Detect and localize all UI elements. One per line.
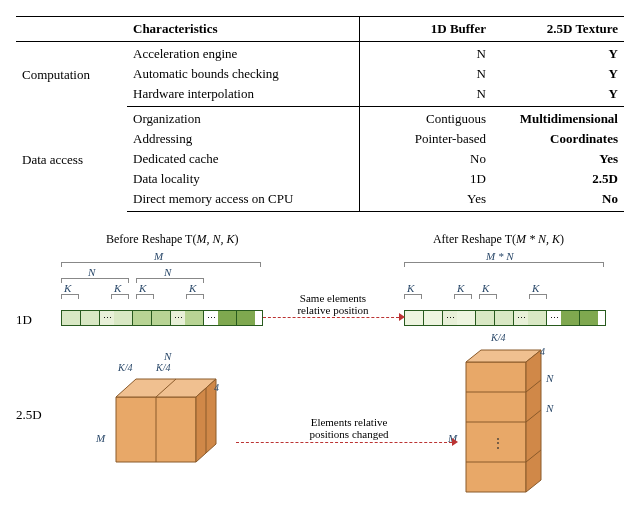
v25d-cell: No [492, 189, 624, 212]
v1d-cell: Pointer-based [360, 129, 493, 149]
arrow-1d-label: Same elements relative position [278, 292, 388, 316]
category-label: Computation [16, 42, 127, 107]
arrow-head-icon [452, 438, 458, 446]
dim-4: 4 [214, 382, 219, 393]
table-header-row: Characteristics 1D Buffer 2.5D Texture [16, 17, 624, 42]
dim-k: K [139, 282, 146, 294]
table-row: Computation Acceleration engine N Y [16, 42, 624, 65]
v1d-cell: Yes [360, 189, 493, 212]
comparison-table: Characteristics 1D Buffer 2.5D Texture C… [16, 16, 624, 212]
svg-text:⋮: ⋮ [492, 436, 504, 450]
text: After Reshape T( [433, 232, 516, 246]
dim-k: K [189, 282, 196, 294]
header-blank [16, 17, 127, 42]
dim-n: N [164, 350, 171, 362]
dim-k: K [482, 282, 489, 294]
before-reshape-label: Before Reshape T(M, N, K) [106, 232, 238, 247]
v25d-cell: Yes [492, 149, 624, 169]
after-reshape-label: After Reshape T(M * N, K) [433, 232, 564, 247]
arrow-25d-label: Elements relative positions changed [284, 416, 414, 440]
dots: ⋯ [443, 311, 457, 325]
v1d-cell: 1D [360, 169, 493, 189]
bracket-k [479, 294, 497, 298]
dim-n: N [546, 372, 553, 384]
char-cell: Dedicated cache [127, 149, 360, 169]
bracket-k [186, 294, 204, 298]
char-cell: Organization [127, 107, 360, 130]
dim-n: N [88, 266, 95, 278]
char-cell: Automatic bounds checking [127, 64, 360, 84]
dim-n: N [546, 402, 553, 414]
dim-k4: K/4 [491, 332, 505, 343]
reshape-diagram: Before Reshape T(M, N, K) After Reshape … [16, 232, 624, 512]
dim-4: 4 [540, 346, 545, 357]
v1d-cell: No [360, 149, 493, 169]
v1d-cell: N [360, 84, 493, 107]
char-cell: Addressing [127, 129, 360, 149]
v25d-cell: 2.5D [492, 169, 624, 189]
v1d-cell: Contiguous [360, 107, 493, 130]
bracket-k [454, 294, 472, 298]
v25d-cell: Multidimensional [492, 107, 624, 130]
header-1d: 1D Buffer [360, 17, 493, 42]
v1d-cell: N [360, 42, 493, 65]
dim-k: K [114, 282, 121, 294]
table-row: Data access Organization Contiguous Mult… [16, 107, 624, 130]
text: M * N, K [516, 232, 560, 246]
strip-1d-after: ⋯ ⋯ ⋯ [404, 310, 606, 326]
bracket-k [61, 294, 79, 298]
header-25d: 2.5D Texture [492, 17, 624, 42]
char-cell: Data locality [127, 169, 360, 189]
dots: ⋯ [514, 311, 528, 325]
svg-marker-8 [526, 350, 541, 492]
text: ) [560, 232, 564, 246]
dim-mn: M * N [486, 250, 514, 262]
dim-k: K [457, 282, 464, 294]
dim-m: M [154, 250, 163, 262]
dim-m: M [96, 432, 105, 444]
v1d-cell: N [360, 64, 493, 84]
svg-marker-6 [466, 362, 526, 492]
v25d-cell: Y [492, 64, 624, 84]
v25d-cell: Y [492, 84, 624, 107]
bracket-k [136, 294, 154, 298]
char-cell: Direct memory access on CPU [127, 189, 360, 212]
dim-k: K [64, 282, 71, 294]
arrow-1d [263, 317, 399, 318]
char-cell: Hardware interpolation [127, 84, 360, 107]
cuboid-after: ⋮ [456, 342, 576, 502]
text: ) [234, 232, 238, 246]
text: M, N, K [196, 232, 234, 246]
bracket-k [529, 294, 547, 298]
category-label: Data access [16, 107, 127, 212]
row-label-25d: 2.5D [16, 407, 42, 423]
dots: ⋯ [171, 311, 185, 325]
char-cell: Acceleration engine [127, 42, 360, 65]
header-characteristics: Characteristics [127, 17, 360, 42]
dim-k: K [532, 282, 539, 294]
cuboid-before [106, 367, 246, 477]
dots: ⋯ [100, 311, 114, 325]
dim-k4: K/4 [156, 362, 170, 373]
v25d-cell: Coordinates [492, 129, 624, 149]
bracket-k [111, 294, 129, 298]
row-label-1d: 1D [16, 312, 32, 328]
text: Before Reshape T( [106, 232, 196, 246]
strip-1d-before: ⋯ ⋯ ⋯ [61, 310, 263, 326]
arrow-head-icon [399, 313, 405, 321]
dim-k: K [407, 282, 414, 294]
dim-k4: K/4 [118, 362, 132, 373]
v25d-cell: Y [492, 42, 624, 65]
dim-n: N [164, 266, 171, 278]
arrow-25d [236, 442, 452, 443]
bracket-k [404, 294, 422, 298]
bracket-mn [404, 262, 604, 266]
